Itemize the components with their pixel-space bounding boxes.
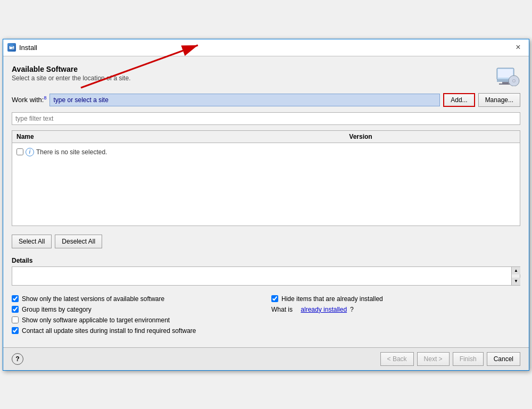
- add-button[interactable]: Add...: [443, 93, 475, 107]
- show-latest-checkbox[interactable]: [12, 295, 19, 302]
- table-body: i There is no site selected.: [12, 143, 520, 161]
- header-section: Available Software Select a site or ente…: [12, 65, 520, 88]
- svg-point-10: [513, 80, 515, 81]
- contact-update-checkbox[interactable]: [12, 327, 19, 334]
- what-is-text: What is: [271, 306, 293, 313]
- details-scrollbar: ▲ ▼: [511, 267, 520, 285]
- svg-rect-1: [10, 45, 13, 47]
- contact-update-row: Contact all update sites during install …: [12, 327, 261, 335]
- dialog-content: Available Software Select a site or ente…: [3, 56, 529, 347]
- already-installed-link[interactable]: already installed: [301, 306, 347, 313]
- what-is-installed-row: What is already installed?: [271, 306, 520, 313]
- show-latest-label: Show only the latest versions of availab…: [22, 295, 164, 303]
- scroll-down-arrow[interactable]: ▼: [512, 278, 520, 285]
- filter-row: [12, 112, 520, 125]
- window-title: Install: [19, 44, 37, 52]
- col-name-header: Name: [16, 133, 349, 140]
- details-box: ▲ ▼: [12, 266, 520, 286]
- title-bar: Install ×: [3, 39, 529, 56]
- svg-rect-6: [502, 82, 509, 84]
- svg-point-2: [12, 47, 14, 49]
- work-with-label: Work with:8: [12, 95, 46, 104]
- hide-installed-row: Hide items that are already installed: [271, 295, 520, 303]
- group-by-category-label: Group items by category: [22, 306, 92, 313]
- group-by-category-checkbox[interactable]: [12, 306, 19, 313]
- back-button[interactable]: < Back: [380, 352, 414, 366]
- cancel-button[interactable]: Cancel: [487, 352, 520, 366]
- info-icon: i: [26, 148, 34, 156]
- table-header: Name Version: [12, 131, 520, 143]
- group-by-category-row: Group items by category: [12, 306, 261, 313]
- deselect-all-button[interactable]: Deselect All: [55, 235, 102, 248]
- hide-installed-label: Hide items that are already installed: [281, 295, 383, 303]
- hide-installed-checkbox[interactable]: [271, 295, 278, 302]
- select-all-button[interactable]: Select All: [12, 235, 52, 248]
- help-icon[interactable]: ?: [12, 353, 23, 365]
- scroll-up-arrow[interactable]: ▲: [512, 267, 520, 274]
- finish-button[interactable]: Finish: [453, 352, 484, 366]
- filter-input[interactable]: [12, 112, 520, 125]
- header-subtitle: Select a site or enter the location of a…: [12, 74, 130, 82]
- title-bar-left: Install: [7, 43, 37, 52]
- show-applicable-label: Show only software applicable to target …: [22, 316, 170, 324]
- install-dialog: Install × Available Software Select a si…: [3, 39, 529, 371]
- details-label: Details: [12, 257, 520, 264]
- software-table: Name Version i There is no site selected…: [12, 130, 520, 226]
- show-latest-row: Show only the latest versions of availab…: [12, 295, 261, 303]
- table-row: i There is no site selected.: [16, 146, 516, 158]
- work-with-row: Work with:8 Add... Manage...: [12, 93, 520, 107]
- row-checkbox[interactable]: [16, 148, 23, 155]
- show-applicable-row: Show only software applicable to target …: [12, 316, 261, 324]
- footer-left: ?: [12, 353, 23, 365]
- checkboxes-right: Hide items that are already installed Wh…: [271, 295, 520, 335]
- header-text: Available Software Select a site or ente…: [12, 65, 130, 82]
- contact-update-label: Contact all update sites during install …: [22, 327, 196, 335]
- already-installed-suffix: ?: [350, 306, 354, 313]
- details-section: Details ▲ ▼: [12, 257, 520, 286]
- show-applicable-checkbox[interactable]: [12, 316, 19, 323]
- footer: ? < Back Next > Finish Cancel: [3, 347, 529, 370]
- available-software-title: Available Software: [12, 65, 130, 73]
- app-icon: [7, 43, 16, 52]
- checkboxes-section: Show only the latest versions of availab…: [12, 291, 520, 339]
- header-icon: [495, 65, 520, 88]
- checkbox-cell: i There is no site selected.: [16, 148, 107, 156]
- close-button[interactable]: ×: [512, 41, 525, 54]
- footer-buttons: < Back Next > Finish Cancel: [380, 352, 520, 366]
- work-with-input[interactable]: [49, 94, 440, 106]
- checkboxes-left: Show only the latest versions of availab…: [12, 295, 261, 335]
- col-version-header: Version: [349, 133, 516, 140]
- selection-buttons-row: Select All Deselect All: [12, 231, 520, 252]
- no-site-message: There is no site selected.: [36, 148, 107, 156]
- manage-button[interactable]: Manage...: [478, 93, 520, 107]
- next-button[interactable]: Next >: [417, 352, 450, 366]
